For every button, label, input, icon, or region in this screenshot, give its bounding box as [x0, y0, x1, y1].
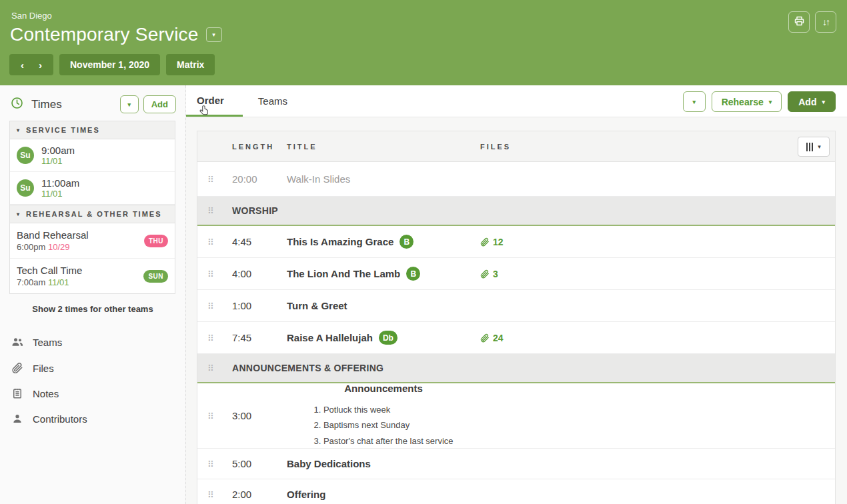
service-date: 11/01 [41, 189, 79, 199]
item-note: 2. Baptisms next Sunday [313, 417, 453, 433]
sidebar-item-contributors[interactable]: Contributors [0, 406, 185, 431]
item-length: 2:00 [232, 489, 287, 500]
files-count-value: 12 [493, 237, 504, 247]
add-time-button[interactable]: Add [143, 95, 176, 113]
rehearse-button[interactable]: Rehearse ▾ [712, 91, 782, 112]
sidebar-item-label: Notes [33, 388, 59, 399]
chevron-down-icon: ▾ [127, 101, 131, 108]
service-time: 9:00am [41, 145, 75, 156]
sidebar-item-notes[interactable]: Notes [0, 381, 185, 406]
service-time-item[interactable]: Su 11:00am 11/01 [10, 172, 175, 205]
chevron-down-icon: ▾ [692, 99, 696, 105]
order-row[interactable]: ⠿ 4:00 The Lion And The Lamb B 3 [197, 258, 835, 290]
drag-handle-icon[interactable]: ⠿ [207, 269, 214, 279]
order-section-row[interactable]: ⠿ WORSHIP [197, 197, 835, 226]
sidebar: Times ▾ Add ▾ SERVICE TIMES Su 9:00am 11… [0, 85, 186, 504]
drag-handle-icon[interactable]: ⠿ [207, 333, 214, 343]
mouse-cursor-icon [198, 105, 211, 120]
times-panel: ▾ SERVICE TIMES Su 9:00am 11/01 Su 11:00… [9, 121, 175, 294]
chevron-down-icon: ▾ [769, 99, 772, 105]
drag-handle-icon[interactable]: ⠿ [207, 206, 214, 216]
triangle-down-icon: ▾ [17, 211, 21, 217]
item-length: 4:00 [232, 268, 287, 279]
date-button[interactable]: November 1, 2020 [59, 54, 160, 75]
order-options-button[interactable]: ▾ [683, 91, 706, 112]
item-title: The Lion And The Lamb [287, 268, 400, 279]
sidebar-item-files[interactable]: Files [0, 355, 185, 381]
column-header-length: LENGTH [232, 143, 287, 151]
order-section-row[interactable]: ⠿ ANNOUNCEMENTS & OFFERING [197, 354, 835, 383]
triangle-down-icon: ▾ [17, 127, 21, 133]
rehearsal-time-item[interactable]: Band Rehearsal 6:00pm 10/29 THU [10, 223, 175, 259]
tab-teams-label: Teams [258, 95, 287, 107]
order-row[interactable]: ⠿ 1:00 Turn & Greet [197, 290, 835, 322]
printer-icon [794, 15, 805, 29]
item-title: This Is Amazing Grace [287, 236, 393, 247]
columns-icon [806, 143, 813, 151]
chevron-right-icon[interactable]: › [39, 59, 42, 71]
tab-order[interactable]: Order [186, 85, 243, 117]
order-row[interactable]: ⠿ 5:00 Baby Dedications [197, 449, 835, 479]
rehearse-button-label: Rehearse [722, 97, 764, 107]
plan-tabs: Order Teams ▾ Rehearse ▾ [186, 85, 847, 117]
song-key-badge: Db [379, 331, 397, 345]
order-row[interactable]: ⠿ 2:00 Offering [197, 479, 835, 504]
times-options-button[interactable]: ▾ [120, 95, 139, 113]
chevron-left-icon[interactable]: ‹ [21, 59, 24, 71]
rehearsal-date: 10/29 [48, 242, 70, 252]
order-row[interactable]: ⠿ 20:00 Walk-In Slides [197, 162, 835, 197]
drag-handle-icon[interactable]: ⠿ [207, 490, 214, 500]
order-row[interactable]: ⠿ 7:45 Raise A Hallelujah Db 24 [197, 322, 835, 354]
files-count[interactable]: 3 [480, 269, 498, 279]
column-header-title: TITLE [287, 143, 480, 151]
service-times-header-label: SERVICE TIMES [26, 126, 100, 134]
song-key-badge: B [399, 235, 413, 249]
rehearsal-times-header[interactable]: ▾ REHEARSAL & OTHER TIMES [10, 205, 175, 223]
paperclip-icon [480, 237, 490, 247]
sidebar-item-label: Teams [33, 337, 62, 348]
drag-handle-icon[interactable]: ⠿ [207, 175, 214, 185]
order-table: LENGTH TITLE FILES ▾ ⠿ 20:00 Walk-In Sli… [197, 131, 836, 504]
add-item-button[interactable]: Add ▾ [788, 91, 836, 112]
drag-handle-icon[interactable]: ⠿ [207, 237, 214, 247]
section-title: ANNOUNCEMENTS & OFFERING [232, 363, 383, 373]
item-length: 20:00 [232, 173, 287, 185]
service-time-item[interactable]: Su 9:00am 11/01 [10, 139, 175, 172]
item-title: Raise A Hallelujah [287, 332, 373, 343]
print-button[interactable] [788, 11, 810, 33]
tab-order-label: Order [197, 95, 224, 106]
rehearsal-time: 7:00am [17, 277, 45, 287]
item-note: 3. Pastor's chat after the last service [313, 433, 453, 449]
day-pill-badge: SUN [143, 270, 168, 283]
files-count[interactable]: 24 [480, 333, 504, 343]
drag-handle-icon[interactable]: ⠿ [207, 301, 214, 311]
show-other-team-times-link[interactable]: Show 2 times for other teams [0, 304, 185, 314]
service-times-header[interactable]: ▾ SERVICE TIMES [10, 121, 175, 139]
matrix-button[interactable]: Matrix [166, 54, 215, 75]
section-title: WORSHIP [232, 205, 278, 216]
times-section-title: Times [31, 98, 120, 111]
campus-name: San Diego [11, 11, 52, 21]
order-row[interactable]: ⠿ 4:45 This Is Amazing Grace B 12 [197, 226, 835, 258]
rehearsal-time-item[interactable]: Tech Call Time 7:00am 11/01 SUN [10, 259, 175, 293]
service-date: 11/01 [41, 156, 75, 166]
date-prev-next-control[interactable]: ‹ › [9, 54, 53, 75]
column-settings-button[interactable]: ▾ [798, 137, 830, 157]
drag-handle-icon[interactable]: ⠿ [207, 363, 214, 373]
reorder-times-button[interactable]: ↓↑ [815, 11, 836, 33]
item-length: 1:00 [232, 300, 287, 311]
drag-handle-icon[interactable]: ⠿ [207, 459, 214, 469]
plan-title-menu-button[interactable]: ▾ [206, 27, 222, 42]
item-length: 4:45 [232, 236, 287, 247]
tab-teams[interactable]: Teams [243, 85, 303, 117]
drag-handle-icon[interactable]: ⠿ [207, 411, 214, 421]
day-badge: Su [17, 147, 34, 164]
main-content: Order Teams ▾ Rehearse ▾ [186, 85, 847, 504]
add-button-label: Add [798, 97, 816, 107]
chevron-down-icon: ▾ [822, 99, 825, 105]
day-badge: Su [17, 179, 34, 197]
order-row[interactable]: ⠿ 3:00 Announcements 1. Potluck this wee… [197, 383, 835, 449]
files-count[interactable]: 12 [480, 237, 504, 247]
item-notes: 1. Potluck this week 2. Baptisms next Su… [313, 402, 453, 449]
sidebar-item-teams[interactable]: Teams [0, 329, 185, 355]
